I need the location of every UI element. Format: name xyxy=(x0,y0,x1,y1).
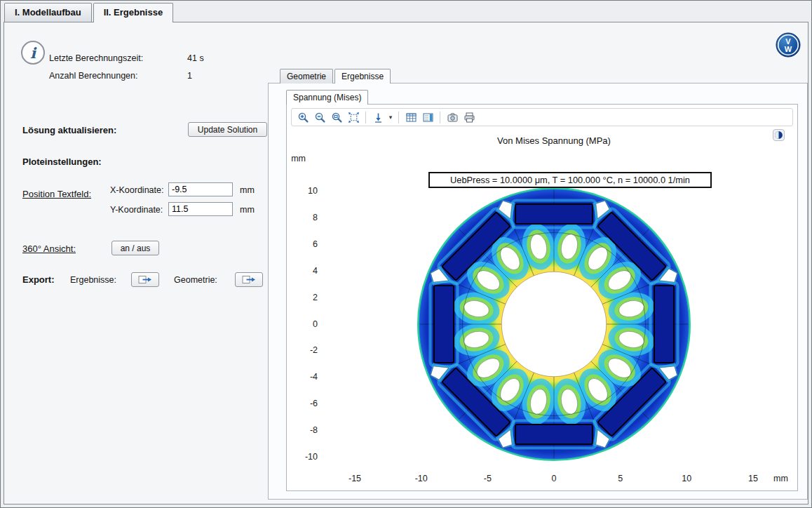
color-legend-icon xyxy=(422,112,434,123)
view-360-label: 360° Ansicht: xyxy=(22,243,76,254)
go-to-default-view-button[interactable] xyxy=(370,109,386,125)
rotor-stress-plot[interactable] xyxy=(407,177,701,472)
app-window: I. Modellaufbau II. Ergebnisse i Letzte … xyxy=(0,0,812,508)
export-results-label: Ergebnisse: xyxy=(70,275,116,285)
tab-ergebnisse[interactable]: II. Ergebnisse xyxy=(93,3,174,22)
toolbar-separator xyxy=(365,112,366,123)
x-axis-unit: mm xyxy=(773,474,788,483)
x-tick-label: -15 xyxy=(341,474,369,483)
default-view-arrow-icon xyxy=(372,112,384,123)
update-solution-button[interactable]: Update Solution xyxy=(188,122,267,137)
x-tick-label: 0 xyxy=(540,474,568,483)
y-coordinate-unit: mm xyxy=(240,205,255,215)
x-tick-label: 5 xyxy=(607,474,635,483)
plot-title: Von Mises Spannung (MPa) xyxy=(414,135,694,146)
computation-count-label: Anzahl Berechnungen: xyxy=(49,71,137,81)
export-results-button[interactable] xyxy=(131,272,159,287)
zoom-box-button[interactable] xyxy=(329,109,344,125)
y-tick-label: 4 xyxy=(287,266,318,276)
x-coordinate-label: X-Koordinate: xyxy=(110,185,163,195)
y-tick-label: 6 xyxy=(287,239,318,249)
plot-annotation-box: UebPress = 10.0000 μm, T = 100.000 °C, n… xyxy=(428,172,712,188)
plot-toolbar: ▾ xyxy=(291,108,793,126)
print-icon xyxy=(463,112,475,123)
y-tick-label: 0 xyxy=(287,319,318,329)
zoom-out-button[interactable] xyxy=(312,109,327,125)
plot-badge-icon[interactable] xyxy=(773,129,785,141)
zoom-extents-icon xyxy=(348,112,360,123)
y-tick-label: -2 xyxy=(287,345,318,355)
update-solution-label: Lösung aktualisieren: xyxy=(22,125,116,135)
plot-panel: ▾ xyxy=(286,104,798,491)
y-tick-label: -6 xyxy=(287,399,318,408)
x-tick-label: 15 xyxy=(739,474,767,483)
tab-ergebnisse-panel[interactable]: Ergebnisse xyxy=(334,69,391,83)
vw-logo-icon: V W xyxy=(776,32,801,58)
computation-count-value: 1 xyxy=(187,71,192,81)
main-tabbar: I. Modellaufbau II. Ergebnisse xyxy=(4,3,173,22)
zoom-box-icon xyxy=(331,112,343,123)
vw-logo-w: W xyxy=(785,45,792,53)
table-button[interactable] xyxy=(403,109,419,125)
x-tick-label: 10 xyxy=(672,474,701,483)
export-label: Export: xyxy=(22,274,55,285)
x-tick-label: -10 xyxy=(407,474,435,483)
textfield-position-label: Position Textfeld: xyxy=(22,189,91,199)
info-icon-glyph: i xyxy=(30,44,36,62)
export-geometry-label: Geometrie: xyxy=(174,275,217,285)
export-icon xyxy=(138,275,152,284)
camera-icon xyxy=(447,112,459,123)
zoom-extents-button[interactable] xyxy=(346,109,361,125)
plot-settings-heading: Ploteinstellungen: xyxy=(22,156,102,167)
y-tick-label: 10 xyxy=(287,186,318,196)
view-360-toggle-button[interactable]: an / aus xyxy=(111,241,159,255)
zoom-in-icon xyxy=(297,112,309,123)
zoom-out-icon xyxy=(314,112,326,123)
last-computation-label: Letzte Berechnungszeit: xyxy=(49,53,143,63)
image-snapshot-button[interactable] xyxy=(445,109,460,125)
toolbar-separator xyxy=(440,112,440,123)
color-legend-button[interactable] xyxy=(420,109,435,125)
info-icon: i xyxy=(21,41,45,65)
plot-tabbar: Spannung (Mises) xyxy=(286,90,368,105)
export-icon xyxy=(242,275,256,284)
y-tick-label: -10 xyxy=(287,452,318,462)
table-icon xyxy=(405,112,417,123)
y-coordinate-label: Y-Koordinate: xyxy=(110,205,163,215)
y-tick-label: -8 xyxy=(287,425,318,435)
results-tabbar: Geometrie Ergebnisse xyxy=(280,69,391,83)
y-coordinate-input[interactable] xyxy=(168,202,233,216)
zoom-in-button[interactable] xyxy=(295,109,311,125)
x-tick-label: -5 xyxy=(473,474,501,483)
tab-spannung-mises[interactable]: Spannung (Mises) xyxy=(286,90,368,105)
tab-modellaufbau[interactable]: I. Modellaufbau xyxy=(4,3,92,22)
export-geometry-button[interactable] xyxy=(235,272,263,287)
y-tick-label: 8 xyxy=(287,213,318,222)
last-computation-value: 41 s xyxy=(187,53,204,63)
x-coordinate-input[interactable] xyxy=(168,182,233,196)
x-coordinate-unit: mm xyxy=(240,185,255,195)
y-tick-label: -4 xyxy=(287,372,318,382)
toolbar-separator xyxy=(398,112,399,123)
print-button[interactable] xyxy=(461,109,477,125)
tab-geometrie[interactable]: Geometrie xyxy=(280,69,333,83)
main-content: i Letzte Berechnungszeit: 41 s Anzahl Be… xyxy=(4,22,808,504)
y-tick-label: 2 xyxy=(287,293,318,302)
view-dropdown-caret[interactable]: ▾ xyxy=(387,114,394,121)
y-axis-unit: mm xyxy=(287,154,306,163)
